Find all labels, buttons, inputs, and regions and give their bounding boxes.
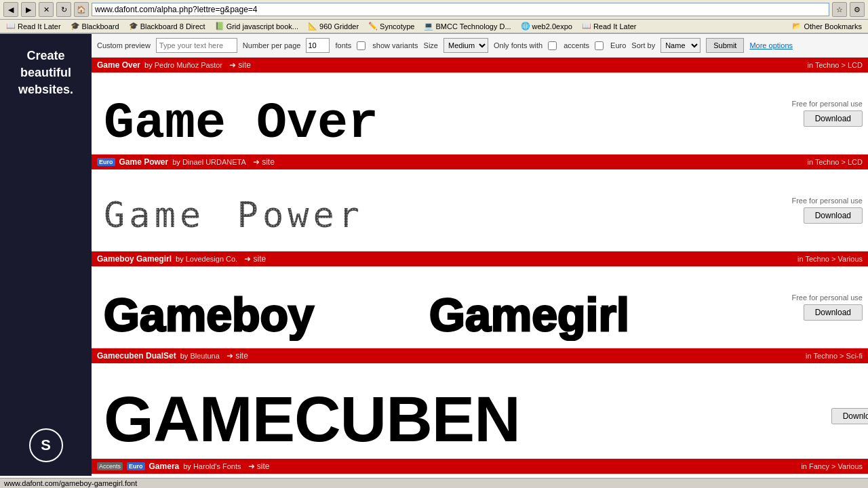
- more-options-link[interactable]: More options: [749, 41, 793, 49]
- bookmark-read-it-later[interactable]: 📖 Read It Later: [3, 21, 64, 31]
- font-name: Game Power: [119, 157, 169, 167]
- font-category: in Fancy > Various: [801, 462, 863, 470]
- bookmark-bmcc[interactable]: 💻 BMCC Technology D...: [421, 21, 513, 31]
- subcategory-link[interactable]: LCD: [848, 158, 863, 166]
- author-link[interactable]: Lovedesign Co.: [186, 255, 237, 263]
- font-name: Gamera: [149, 462, 180, 471]
- font-header-gamecuben: Gamecuben DualSet by Bleutuna ➜ site in …: [92, 348, 868, 363]
- subcategory-link[interactable]: Various: [838, 462, 863, 470]
- svg-text:GAMECUBEN: GAMECUBEN: [104, 383, 520, 451]
- font-actions-game-over: Free for personal use Download: [781, 100, 863, 127]
- subcategory-link[interactable]: Sci-fi: [846, 352, 863, 360]
- home-button[interactable]: 🏠: [74, 2, 89, 17]
- license-label: Free for personal use: [791, 197, 863, 205]
- bookmark-read-later2[interactable]: 📖 Read It Later: [579, 21, 639, 31]
- site-link[interactable]: ➜ site: [253, 157, 275, 167]
- stop-button[interactable]: ✕: [39, 2, 54, 17]
- license-label: Free for personal use: [791, 293, 863, 302]
- show-variants-checkbox[interactable]: [357, 41, 366, 50]
- bookmark-web2expo[interactable]: 🌐 web2.0expo: [518, 21, 575, 31]
- bookmark-icon: ✏️: [368, 22, 378, 30]
- accents-checkbox[interactable]: [548, 41, 557, 50]
- star-button[interactable]: ☆: [832, 2, 847, 17]
- font-section-gameboy-gamegirl: Gameboy Gamegirl by Lovedesign Co. ➜ sit…: [92, 251, 868, 348]
- content-area: Custom preview Number per page fonts sho…: [92, 34, 868, 476]
- nav-bar: ◀ ▶ ✕ ↻ 🏠 ☆ ⚙: [0, 0, 868, 20]
- font-section-game-power: Euro Game Power by Dinael URDANETA ➜ sit…: [92, 155, 868, 251]
- font-header-gameboy-gamegirl: Gameboy Gamegirl by Lovedesign Co. ➜ sit…: [92, 251, 868, 266]
- accents-label: accents: [564, 41, 589, 49]
- font-header-gamera: Accents Euro Gamera by Harold's Fonts ➜ …: [92, 459, 868, 474]
- font-name: Gameboy Gamegirl: [97, 254, 172, 264]
- submit-button[interactable]: Submit: [706, 38, 744, 53]
- forward-button[interactable]: ▶: [21, 2, 36, 17]
- font-category: in Techno > Sci-fi: [806, 352, 863, 360]
- author-link[interactable]: Bleutuna: [190, 352, 219, 360]
- site-link[interactable]: ➜ site: [244, 254, 266, 264]
- bookmark-icon: 🌐: [521, 22, 530, 30]
- bookmark-grid-js[interactable]: 📗 Grid javascript book...: [212, 21, 301, 31]
- accents-badge: Accents: [97, 462, 123, 470]
- site-link[interactable]: ➜ site: [229, 60, 251, 70]
- site-link[interactable]: ➜ site: [226, 351, 248, 361]
- fonts-label: fonts: [335, 41, 351, 49]
- bookmark-icon: 📗: [215, 22, 224, 30]
- author-link[interactable]: Harold's Fonts: [193, 462, 241, 470]
- euro-checkbox[interactable]: [595, 41, 604, 50]
- bookmark-icon: 📖: [6, 22, 16, 30]
- svg-rect-2: [100, 180, 602, 241]
- font-header-left: Accents Euro Gamera by Harold's Fonts ➜ …: [97, 462, 270, 471]
- font-category: in Techno > LCD: [808, 158, 863, 166]
- font-preview-game-power: Game Power: [97, 176, 781, 244]
- author-link[interactable]: Pedro Muñoz Pastor: [155, 61, 222, 69]
- size-select[interactable]: Medium Small Large: [443, 38, 488, 53]
- download-button-game-over[interactable]: Download: [804, 110, 863, 127]
- bookmark-syncotype[interactable]: ✏️ Syncotype: [366, 21, 417, 31]
- font-section-game-over: Game Over by Pedro Muñoz Pastor ➜ site i…: [92, 58, 868, 155]
- font-header-left: Gameboy Gamegirl by Lovedesign Co. ➜ sit…: [97, 254, 266, 264]
- svg-text:Game Over: Game Over: [104, 95, 378, 147]
- back-button[interactable]: ◀: [3, 2, 18, 17]
- font-actions-game-power: Free for personal use Download: [781, 197, 863, 224]
- euro-label: Euro: [610, 41, 626, 49]
- font-author: by Lovedesign Co.: [176, 255, 237, 263]
- address-bar[interactable]: [92, 3, 829, 16]
- font-header-left: Euro Game Power by Dinael URDANETA ➜ sit…: [97, 157, 275, 167]
- font-author: by Harold's Fonts: [183, 462, 241, 470]
- download-button-gamecuben[interactable]: Download: [831, 408, 868, 424]
- font-preview-gamecuben: GAMECUBEN: [97, 370, 809, 451]
- font-section-gamecuben: Gamecuben DualSet by Bleutuna ➜ site in …: [92, 348, 868, 459]
- bookmark-icon: 📖: [582, 22, 591, 30]
- author-link[interactable]: Dinael URDANETA: [182, 158, 246, 166]
- preview-input[interactable]: [156, 38, 237, 53]
- font-actions-gameboy: Free for personal use Download: [781, 293, 863, 321]
- bookmark-icon: 💻: [424, 22, 433, 30]
- bookmark-blackboard[interactable]: 🎓 Blackboard: [68, 21, 122, 31]
- bookmark-960-gridder[interactable]: 📐 960 Gridder: [305, 21, 361, 31]
- subcategory-link[interactable]: LCD: [848, 61, 863, 69]
- font-header-left: Gamecuben DualSet by Bleutuna ➜ site: [97, 351, 248, 361]
- squarespace-logo[interactable]: S: [29, 428, 63, 462]
- preview-svg-game-over: Game Over: [97, 79, 572, 147]
- number-per-page-input[interactable]: [306, 38, 330, 53]
- font-preview-game-over: Game Over: [97, 79, 781, 147]
- font-header-game-over: Game Over by Pedro Muñoz Pastor ➜ site i…: [92, 58, 868, 73]
- download-button-gameboy[interactable]: Download: [804, 304, 863, 321]
- refresh-button[interactable]: ↻: [56, 2, 71, 17]
- site-link[interactable]: ➜ site: [248, 462, 270, 471]
- browser-chrome: ◀ ▶ ✕ ↻ 🏠 ☆ ⚙ 📖 Read It Later 🎓 Blackboa…: [0, 0, 868, 34]
- download-button-game-power[interactable]: Download: [804, 207, 863, 224]
- svg-text:Gameboy: Gameboy: [104, 289, 314, 340]
- tools-button[interactable]: ⚙: [850, 2, 865, 17]
- euro-badge: Euro: [127, 462, 145, 470]
- font-body-gameboy-gamegirl: Gameboy Gamegirl Free for personal use D…: [92, 266, 868, 348]
- font-body-gamera: Free: [92, 474, 868, 476]
- bookmark-icon: 🎓: [71, 22, 80, 30]
- subcategory-link[interactable]: Various: [838, 255, 863, 263]
- font-category: in Techno > LCD: [808, 61, 863, 69]
- sort-select[interactable]: Name Author Date: [660, 38, 701, 53]
- bookmark-other[interactable]: 📂 Other Bookmarks: [789, 21, 865, 31]
- bookmark-blackboard-direct[interactable]: 🎓 Blackboard 8 Direct: [126, 21, 208, 31]
- font-section-gamera: Accents Euro Gamera by Harold's Fonts ➜ …: [92, 459, 868, 476]
- bookmark-icon: 🎓: [129, 22, 138, 30]
